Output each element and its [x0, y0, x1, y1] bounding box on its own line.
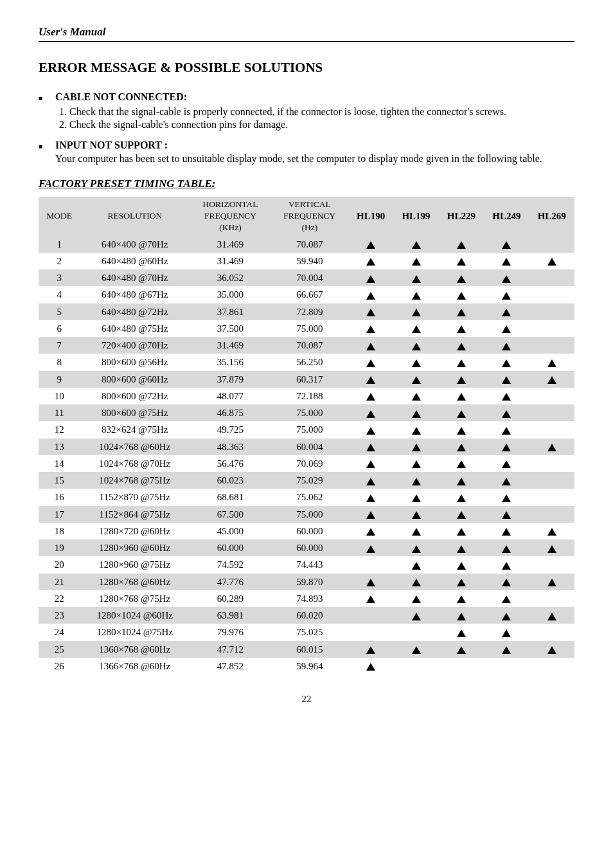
triangle-supported-icon — [547, 545, 556, 553]
support-cell — [393, 624, 438, 640]
triangle-supported-icon — [502, 528, 511, 536]
table-cell: 14 — [39, 455, 80, 472]
triangle-supported-icon — [457, 595, 466, 603]
table-row: 211280×768 @60Hz47.77659.870 — [39, 574, 574, 590]
triangle-supported-icon — [412, 359, 421, 367]
support-cell — [393, 354, 438, 370]
col-hl229: HL229 — [439, 197, 484, 236]
table-cell: 13 — [39, 439, 80, 455]
table-cell: 1280×720 @60Hz — [80, 523, 190, 539]
triangle-supported-icon — [457, 275, 466, 283]
table-cell: 45.000 — [190, 523, 271, 539]
section-items: Check that the signal-cable is properly … — [55, 106, 574, 131]
table-row: 191280×960 @60Hz60.00060.000 — [39, 539, 574, 556]
triangle-supported-icon — [502, 460, 511, 468]
table-cell: 1280×768 @75Hz — [80, 590, 190, 607]
triangle-supported-icon — [412, 444, 421, 451]
support-cell — [484, 489, 529, 505]
col-hl190: HL190 — [348, 197, 393, 236]
table-cell: 74.592 — [190, 556, 271, 573]
support-cell — [439, 371, 484, 388]
support-cell — [393, 641, 438, 658]
support-cell — [439, 574, 484, 590]
table-cell: 18 — [39, 523, 80, 539]
support-cell — [393, 658, 438, 674]
support-cell — [529, 523, 574, 539]
table-cell: 7 — [39, 337, 80, 354]
support-cell — [529, 371, 574, 388]
support-cell — [529, 354, 574, 370]
triangle-supported-icon — [412, 275, 421, 283]
triangle-supported-icon — [502, 325, 511, 333]
triangle-supported-icon — [412, 545, 421, 553]
support-cell — [348, 607, 393, 624]
support-cell — [348, 236, 393, 253]
triangle-supported-icon — [547, 528, 556, 536]
triangle-supported-icon — [412, 325, 421, 333]
table-cell: 47.852 — [190, 658, 271, 674]
support-cell — [484, 303, 529, 320]
triangle-supported-icon — [457, 579, 466, 586]
table-cell: 1280×960 @60Hz — [80, 539, 190, 556]
table-cell: 60.015 — [271, 641, 348, 658]
table-cell: 66.667 — [271, 286, 348, 303]
table-cell: 5 — [39, 303, 80, 320]
col-resolution: RESOLUTION — [80, 197, 190, 236]
support-cell — [393, 607, 438, 624]
table-row: 3640×480 @70Hz36.05270.004 — [39, 269, 574, 286]
table-cell: 47.712 — [190, 641, 271, 658]
table-cell: 63.981 — [190, 607, 271, 624]
triangle-supported-icon — [457, 427, 466, 435]
table-row: 251360×768 @60Hz47.71260.015 — [39, 641, 574, 658]
table-cell: 75.000 — [271, 421, 348, 438]
support-cell — [348, 472, 393, 489]
table-cell: 1280×1024 @75Hz — [80, 624, 190, 640]
support-cell — [439, 590, 484, 607]
table-row: 11800×600 @75Hz46.87575.000 — [39, 404, 574, 421]
support-cell — [393, 303, 438, 320]
support-cell — [484, 320, 529, 337]
support-cell — [393, 404, 438, 421]
triangle-supported-icon — [502, 478, 511, 485]
table-cell: 1360×768 @60Hz — [80, 641, 190, 658]
col-hl199: HL199 — [393, 197, 438, 236]
table-cell: 75.000 — [271, 506, 348, 523]
support-cell — [484, 641, 529, 658]
triangle-supported-icon — [457, 646, 466, 654]
support-cell — [484, 286, 529, 303]
support-cell — [439, 472, 484, 489]
support-cell — [393, 455, 438, 472]
square-bullet-icon: ■ — [39, 92, 55, 105]
table-cell: 46.875 — [190, 404, 271, 421]
support-cell — [348, 421, 393, 438]
table-row: 241280×1024 @75Hz79.97675.025 — [39, 624, 574, 640]
table-row: 10800×600 @72Hz48.07772.188 — [39, 388, 574, 404]
triangle-supported-icon — [502, 494, 511, 502]
support-cell — [348, 404, 393, 421]
table-cell: 75.000 — [271, 404, 348, 421]
support-cell — [529, 269, 574, 286]
table-cell: 640×480 @60Hz — [80, 253, 190, 269]
table-cell: 4 — [39, 286, 80, 303]
support-cell — [484, 236, 529, 253]
table-cell: 1280×960 @75Hz — [80, 556, 190, 573]
list-item: Check the signal-cable's connection pins… — [69, 119, 574, 131]
table-cell: 68.681 — [190, 489, 271, 505]
support-cell — [484, 253, 529, 269]
support-cell — [529, 506, 574, 523]
support-cell — [439, 523, 484, 539]
triangle-supported-icon — [366, 595, 375, 603]
support-cell — [348, 286, 393, 303]
table-cell: 35.000 — [190, 286, 271, 303]
triangle-supported-icon — [366, 325, 375, 333]
support-cell — [348, 506, 393, 523]
triangle-supported-icon — [457, 292, 466, 300]
triangle-supported-icon — [412, 292, 421, 300]
page-number: 22 — [39, 694, 574, 705]
support-cell — [393, 489, 438, 505]
triangle-supported-icon — [457, 545, 466, 553]
table-cell: 59.940 — [271, 253, 348, 269]
table-row: 1640×400 @70Hz31.46970.087 — [39, 236, 574, 253]
table-cell: 800×600 @75Hz — [80, 404, 190, 421]
table-cell: 26 — [39, 658, 80, 674]
